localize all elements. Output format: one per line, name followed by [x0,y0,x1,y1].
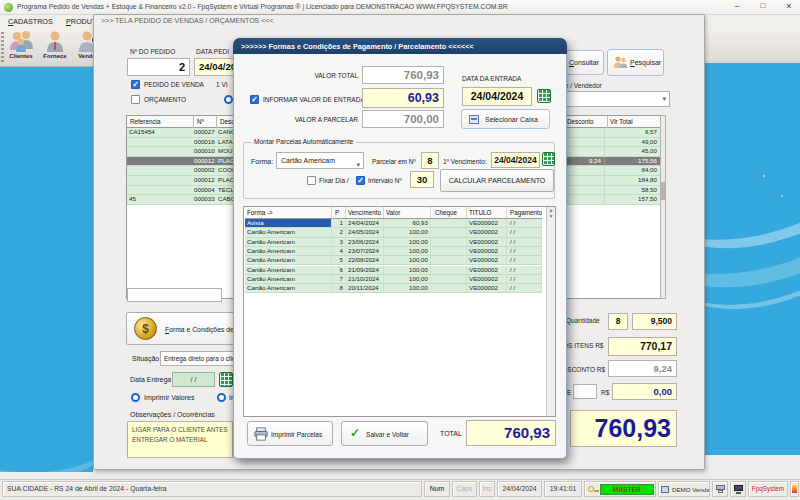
table-row[interactable]: Cartão Americam522/08/2024100,00VE000002… [245,256,542,265]
via-label: 1 VI [216,81,228,88]
table-row[interactable]: 49,00 [556,138,660,148]
imprimir-valores-radio[interactable] [131,393,140,402]
table-row[interactable]: 000002COOL [127,166,235,176]
vencimento-field[interactable]: 24/04/2024 [491,152,540,168]
calendar-icon[interactable] [219,372,233,387]
parcelar-em-label: Parcelar em Nº [372,158,416,165]
table-row[interactable]: Cartão Americam820/11/2024100,00VE000002… [245,284,542,293]
parcelas-field[interactable]: 8 [421,152,439,169]
forma-pagamento-button[interactable]: $ Forma e Condições de [126,312,238,345]
table-row[interactable]: 000018LATA [127,138,235,148]
table-row[interactable]: 45,00 [556,147,660,157]
toolbar-grip [1,32,4,62]
pedido-venda-label: PEDIDO DE VENDA [144,81,204,88]
table-row[interactable]: 184,80 [556,176,660,186]
intervalo-checkbox[interactable]: ✓ [356,176,365,185]
imprimir-parcelas-label: Imprimir Parcelas [271,431,322,438]
menu-item-cadastros[interactable]: CADASTROS [8,17,53,26]
imprimir-parcelas-button[interactable]: Imprimir Parcelas [247,421,333,446]
situacao-combobox[interactable]: Entrega direto para o clie [160,351,240,366]
toolbar-button-clientes[interactable]: Clientes [6,30,36,66]
calcular-parcelamento-button[interactable]: CALCULAR PARCELAMENTO [440,169,554,192]
table-row[interactable]: 58,50 [556,186,660,196]
chevron-down-icon: ▾ [356,157,360,169]
calendar-icon[interactable] [537,89,551,103]
data-entrada-label: DATA DA ENTRADA [462,75,521,82]
status-version-text: DEMO Vendas 2.0 [672,483,710,497]
referencia-field[interactable] [127,288,222,302]
col-header-valor[interactable]: Valor [384,207,431,218]
app-icon [4,3,13,12]
table-row[interactable]: 000004TECL [127,186,235,196]
quantidade-field: 9,500 [632,313,677,330]
pesquisar-button[interactable]: Pesquisar [607,49,664,76]
toolbar-button-fornecedor[interactable]: Fornece [40,30,70,66]
rs-label: R$ [601,389,609,396]
grid-header-numero[interactable]: Nº [197,116,217,128]
modal-title: >>>>>> Formas e Condições de Pagamento /… [241,42,474,51]
salvar-voltar-button[interactable]: ✓ Salvar e Voltar [341,421,428,446]
table-row[interactable]: 157,50 [556,195,660,205]
total-geral-field: 760,93 [570,410,677,447]
close-button[interactable]: × [778,1,800,14]
status-monitor-cell[interactable] [730,481,746,497]
fixar-dia-label: Fixar Dia / [319,177,349,184]
maximize-button[interactable]: □ [752,1,774,14]
desktop-background-right [705,63,800,455]
col-header-pagamento[interactable]: Pagamento -> [507,207,542,218]
minimize-button[interactable]: − [726,1,748,14]
frete-aux-field[interactable] [573,384,597,399]
data-entrada-field[interactable]: 24/04/2024 [462,87,532,106]
col-header-forma[interactable]: Forma -> [245,207,332,218]
via-radio[interactable] [224,95,233,104]
table-row[interactable]: Cartão Americam323/06/2024100,00VE000002… [245,238,542,247]
monitor-icon [734,485,743,491]
desconto-label: ESCONTO R$ [563,366,605,373]
fixar-dia-checkbox[interactable] [307,176,316,185]
table-row[interactable]: Cartão Americam224/05/2024100,00VE000002… [245,228,542,237]
intervalo-field[interactable]: 30 [410,171,434,188]
table-row[interactable]: 000010MOUS [127,147,235,157]
forma-combobox[interactable]: Cartão Americam ▾ [276,152,364,169]
grid-scrollbar[interactable] [660,115,666,299]
selecionar-caixa-button[interactable]: Selecionar Caixa [461,109,550,129]
col-header-vencimento[interactable]: Vencimento [346,207,384,218]
table-row[interactable]: 000012PLAC [127,176,235,186]
col-header-titulo[interactable]: TITULO [467,207,507,218]
table-row[interactable]: Cartão Americam423/07/2024100,00VE000002… [245,247,542,256]
toolbar-label: Fornece [40,53,70,59]
numero-pedido-field[interactable]: 2 [127,58,190,76]
modal-title-bar: >>>>>> Formas e Condições de Pagamento /… [233,38,567,54]
table-row[interactable]: Cartão Americam721/10/2024100,00VE000002… [245,275,542,284]
col-header-p[interactable]: P [332,207,346,218]
table-row-selected[interactable]: 000012PLAC [127,157,235,167]
grid-scrollbar-thumb[interactable] [661,182,665,200]
status-printer-cell[interactable] [712,481,728,497]
pedido-venda-checkbox[interactable]: ✓ [131,80,140,89]
calendar-icon[interactable] [542,152,555,166]
grid-header-vlrtotal[interactable]: Vlr Total [607,116,647,128]
col-header-cheque[interactable]: Cheque [431,207,467,218]
table-row-selected[interactable]: 9,24175,56 [556,157,660,167]
table-row-selected[interactable]: Avista124/04/202460,93VE000002/ / [245,219,542,228]
orcamento-checkbox[interactable] [131,95,140,104]
cliente-vendedor-combobox[interactable]: ▾ [556,91,670,107]
data-pedido-label: DATA PEDI [196,48,229,55]
data-entrega-field[interactable]: / / [172,372,215,387]
table-row[interactable]: 45000033CABO [127,195,235,205]
pedido-window-title: >>> TELA PEDIDO DE VENDAS / ORÇAMENTOS <… [101,17,273,24]
informar-entrada-checkbox[interactable]: ✓ [250,95,259,104]
table-row[interactable]: Cartão Americam621/09/2024100,00VE000002… [245,266,542,275]
table-row[interactable]: 6,57 [556,128,660,138]
observacoes-textarea[interactable]: LIGAR PARA O CLIENTE ANTES ENTREGAR O MA… [127,421,233,458]
coin-icon: $ [134,317,157,340]
table-scrollbar[interactable]: ▲▼ [546,207,555,416]
imprimir-radio-2[interactable] [217,393,226,402]
intervalo-label: Intervalo Nº [368,177,402,184]
table-row[interactable]: CA15454000027CANO [127,128,235,138]
grid-header-desconto[interactable]: Desconto [567,116,602,128]
forma-label: Forma: [251,158,273,165]
table-row[interactable]: 84,00 [556,166,660,176]
grid-header-referencia[interactable]: Referencia [130,116,194,128]
valor-entrada-field[interactable]: 60,93 [362,88,444,108]
